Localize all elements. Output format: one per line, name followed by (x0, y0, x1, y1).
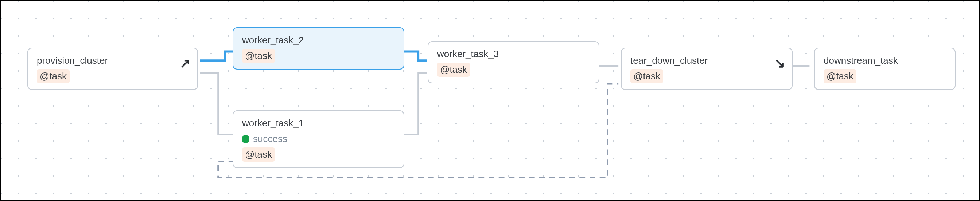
dot-grid (1, 1, 979, 200)
node-provision-cluster[interactable]: provision_cluster @task ↗ (27, 48, 198, 90)
task-badge: @task (824, 69, 856, 83)
status-row: success (242, 132, 395, 146)
task-badge: @task (437, 63, 470, 77)
node-title: downstream_task (824, 54, 946, 68)
status-success-icon (242, 135, 250, 143)
node-worker-task-2[interactable]: worker_task_2 @task (232, 27, 404, 70)
status-label: success (253, 132, 287, 146)
node-downstream-task[interactable]: downstream_task @task (814, 48, 956, 90)
task-badge: @task (630, 69, 663, 83)
node-worker-task-3[interactable]: worker_task_3 @task (428, 41, 600, 83)
arrow-teardown-icon: ↘ (775, 54, 785, 73)
node-title: provision_cluster (37, 54, 188, 68)
node-title: worker_task_1 (242, 116, 395, 130)
node-title: worker_task_3 (437, 47, 590, 61)
node-worker-task-1[interactable]: worker_task_1 success @task (232, 110, 404, 168)
node-title: worker_task_2 (242, 33, 395, 47)
task-badge: @task (37, 69, 70, 83)
task-badge: @task (242, 147, 275, 162)
node-title: tear_down_cluster (630, 54, 783, 68)
canvas-frame: provision_cluster @task ↗ worker_task_2 … (0, 0, 980, 201)
task-badge: @task (242, 49, 275, 63)
node-tear-down-cluster[interactable]: tear_down_cluster @task ↘ (621, 48, 792, 90)
arrow-setup-icon: ↗ (180, 54, 191, 73)
